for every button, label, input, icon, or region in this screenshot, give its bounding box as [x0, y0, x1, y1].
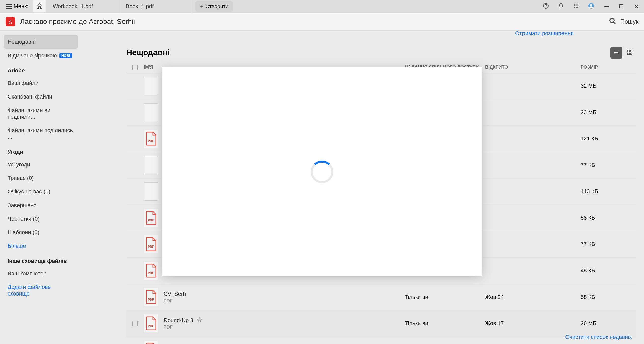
loading-modal [162, 67, 482, 276]
modal-overlay [0, 0, 644, 344]
spinner-icon [311, 161, 333, 183]
